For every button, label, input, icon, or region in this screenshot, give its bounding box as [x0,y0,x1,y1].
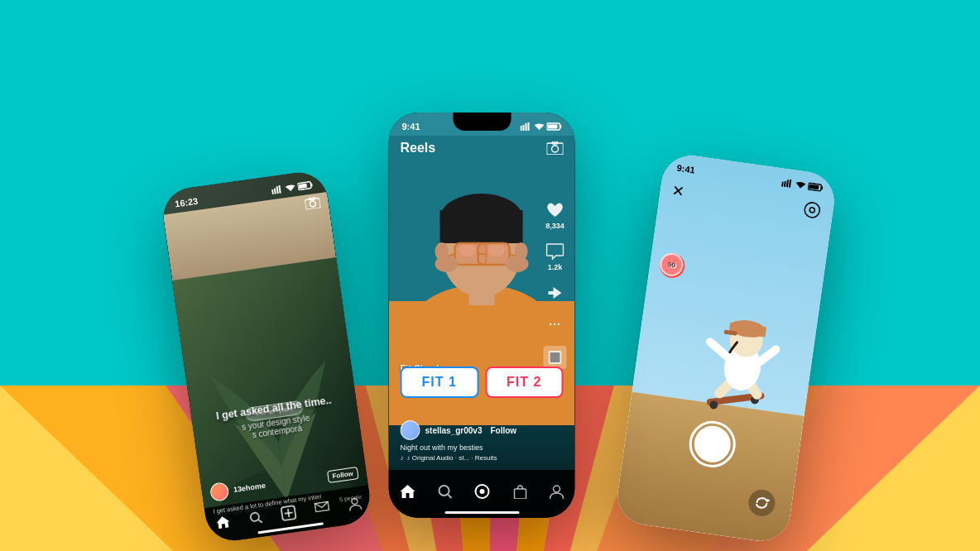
phone-center: 9:41 Reels 8,334 [389,113,575,518]
right-sidebar-center: 8,334 1.2k ··· [544,200,567,369]
like-action[interactable]: 8,334 [545,200,565,230]
avatar-left [209,482,230,502]
comment-action[interactable]: 1.2k [545,242,565,271]
svg-point-25 [250,512,259,521]
time-right: 9:41 [676,163,695,175]
svg-rect-17 [276,186,278,194]
svg-rect-53 [528,122,530,131]
svg-rect-81 [781,181,784,186]
camera-icon-center[interactable] [547,141,564,155]
nav-search-center[interactable] [438,484,453,499]
svg-rect-87 [809,184,819,190]
caption-center: Night out with my besties [401,443,564,452]
svg-rect-51 [523,125,525,131]
fit1-button[interactable]: FIT 1 [401,367,479,398]
time-left: 16:23 [174,196,199,209]
svg-rect-38 [440,210,523,243]
follow-btn-left[interactable]: Follow [327,467,359,483]
music-note-center: ♪ [401,454,404,462]
svg-rect-15 [271,189,274,194]
share-icon [545,283,565,303]
audio-row-center: ♪ ♪ Original Audio · st... · Results [401,454,564,462]
right-sidebar-tools: 15 30 60 90 [658,252,686,280]
svg-point-62 [440,486,449,496]
comment-icon [545,242,565,261]
status-icons-left [271,180,313,194]
record-btn-inner [692,424,733,465]
svg-rect-61 [550,352,560,362]
bottom-nav-center [389,470,575,518]
nav-add-left[interactable] [279,504,298,523]
record-btn-outer [686,418,738,470]
svg-rect-52 [526,123,527,131]
svg-rect-50 [521,126,522,131]
phone-right-screen: 9:41 ✕ 15 [614,152,838,545]
svg-point-48 [435,256,459,272]
svg-point-23 [310,200,316,207]
svg-line-63 [449,495,452,498]
username-center: stellas_gr00v3 [425,426,483,435]
user-row-center: stellas_gr00v3 Follow [401,420,564,440]
nav-inbox-left[interactable] [315,501,331,515]
phones-container: 16:23 I get asked all the time.. s your … [118,71,862,551]
avatar-center [401,420,420,440]
comment-count: 1.2k [548,263,563,271]
nav-shop-center[interactable] [512,484,527,499]
more-action[interactable]: ··· [545,314,565,334]
more-icon: ··· [545,314,565,334]
settings-icon-right[interactable] [802,199,823,220]
svg-rect-16 [274,189,276,194]
phone-center-screen: 9:41 Reels 8,334 [389,113,575,518]
record-button[interactable] [686,418,738,470]
svg-point-58 [552,146,559,152]
nav-profile-center[interactable] [549,484,564,499]
heart-icon [545,200,565,220]
svg-point-89 [809,207,815,213]
status-bar-center: 9:41 [389,113,575,136]
svg-point-49 [506,256,529,272]
home-bar-left [257,522,324,534]
svg-rect-83 [786,180,789,187]
fit2-button[interactable]: FIT 2 [485,367,564,398]
svg-line-26 [258,520,262,524]
results-action[interactable] [544,346,567,369]
phone-left-screen: 16:23 I get asked all the time.. s your … [160,169,373,544]
svg-point-67 [553,486,560,492]
results-icon [544,346,567,369]
nav-home-center[interactable] [400,484,416,499]
center-phone-header: Reels [389,136,575,161]
reels-title: Reels [401,141,436,156]
svg-rect-66 [514,489,526,499]
phone-left: 16:23 I get asked all the time.. s your … [160,169,373,544]
camera-icon-left[interactable] [305,196,321,209]
fit-buttons: FIT 1 FIT 2 [401,367,564,398]
nav-reels-center[interactable] [474,483,491,500]
status-icons-right [781,179,824,193]
svg-rect-21 [298,184,307,189]
center-bottom-info: stellas_gr00v3 Follow Night out with my … [401,420,564,462]
svg-rect-56 [548,125,558,129]
nav-search-left[interactable] [248,510,263,525]
svg-rect-84 [789,180,791,188]
share-action[interactable] [545,283,565,303]
svg-point-88 [804,202,820,218]
home-bar-center [444,511,519,514]
svg-rect-55 [560,125,562,128]
svg-rect-57 [547,143,564,155]
svg-point-65 [480,489,485,494]
svg-rect-82 [784,181,786,187]
nav-home-left[interactable] [215,515,232,529]
follow-center[interactable]: Follow [490,426,516,435]
svg-rect-18 [278,185,281,194]
like-count: 8,334 [545,222,564,230]
phone-right: 9:41 ✕ 15 [614,152,838,545]
time-center: 9:41 [402,122,420,132]
svg-line-29 [285,512,293,513]
close-icon-right[interactable]: ✕ [670,181,685,201]
status-icons-center [521,122,562,131]
